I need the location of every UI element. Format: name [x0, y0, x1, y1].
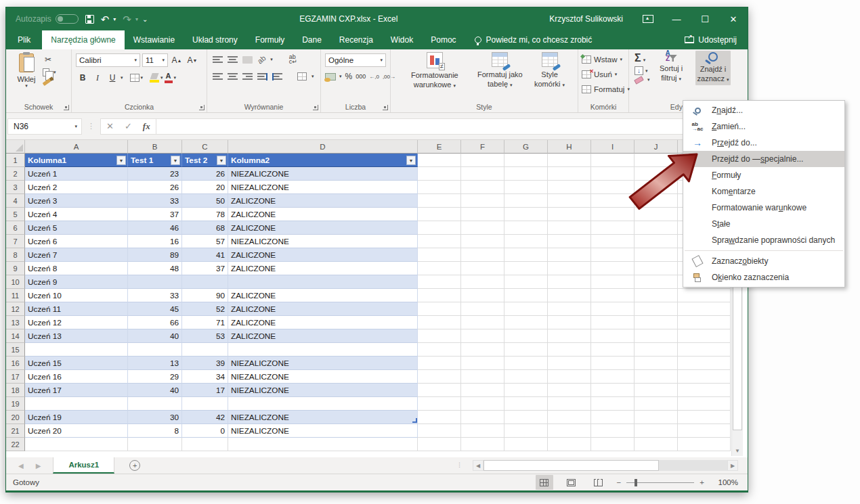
zoom-slider-thumb[interactable]: [635, 479, 637, 486]
empty-cell[interactable]: [418, 411, 461, 424]
table-cell[interactable]: 37: [128, 208, 182, 221]
empty-cell[interactable]: [418, 208, 461, 221]
empty-cell[interactable]: [678, 370, 731, 384]
table-cell[interactable]: Uczeń 7: [25, 248, 128, 262]
empty-cell[interactable]: [635, 208, 678, 221]
percent-button[interactable]: %: [345, 72, 353, 81]
sheet-tab-arkusz1[interactable]: Arkusz1: [53, 457, 114, 474]
table-cell[interactable]: 0: [182, 424, 228, 438]
column-header-H[interactable]: H: [548, 140, 591, 154]
fill-color-dropdown-icon[interactable]: ▾: [160, 75, 163, 81]
empty-cell[interactable]: [635, 194, 678, 208]
delete-button[interactable]: Usuń▾: [582, 68, 630, 81]
empty-cell[interactable]: [418, 438, 461, 451]
shrink-font-button[interactable]: A▼: [186, 53, 199, 67]
table-cell[interactable]: 42: [182, 411, 228, 424]
table-cell[interactable]: 66: [128, 316, 182, 329]
tab-splitter-handle[interactable]: ⋮: [456, 461, 463, 468]
empty-cell[interactable]: [548, 167, 591, 181]
table-cell[interactable]: [128, 397, 182, 411]
empty-cell[interactable]: [635, 262, 678, 275]
align-top-icon[interactable]: [213, 56, 223, 64]
conditional-formatting-button[interactable]: Formatowaniewarunkowe ▾: [411, 52, 458, 90]
table-cell[interactable]: NIEZALICZONE: [228, 181, 418, 194]
empty-cell[interactable]: [548, 289, 591, 302]
empty-cell[interactable]: [418, 181, 461, 194]
empty-cell[interactable]: [461, 275, 504, 289]
table-cell[interactable]: 26: [182, 167, 228, 181]
table-cell[interactable]: ZALICZONE: [228, 248, 418, 262]
table-cell[interactable]: 37: [182, 262, 228, 275]
empty-cell[interactable]: [548, 181, 591, 194]
menu-item-znajd[interactable]: Znajdź...: [683, 102, 844, 118]
share-button[interactable]: Udostępnij: [674, 30, 748, 49]
table-cell[interactable]: Uczeń 19: [25, 411, 128, 424]
table-cell[interactable]: 52: [182, 302, 228, 316]
empty-cell[interactable]: [182, 438, 228, 451]
empty-cell[interactable]: [591, 181, 635, 194]
empty-cell[interactable]: [504, 343, 548, 357]
empty-cell[interactable]: [418, 275, 461, 289]
empty-cell[interactable]: [461, 154, 504, 167]
font-dialog-launcher-icon[interactable]: [199, 105, 205, 110]
empty-cell[interactable]: [128, 438, 182, 451]
table-cell[interactable]: Uczeń 5: [25, 221, 128, 235]
empty-cell[interactable]: [461, 438, 504, 451]
wrap-text-icon[interactable]: abc↵: [289, 55, 297, 64]
menu-item-przejd-do[interactable]: →Przejdź do...: [683, 135, 844, 151]
table-cell[interactable]: Uczeń 11: [25, 302, 128, 316]
column-header-C[interactable]: C: [182, 140, 228, 154]
table-cell[interactable]: 46: [128, 221, 182, 235]
insert-button[interactable]: Wstaw▾: [582, 53, 630, 66]
empty-cell[interactable]: [504, 194, 548, 208]
empty-cell[interactable]: [504, 411, 548, 424]
table-cell[interactable]: NIEZALICZONE: [228, 167, 418, 181]
paste-dropdown-icon[interactable]: ▾: [25, 83, 28, 89]
menu-item-zaznacz-obiekty[interactable]: Zaznacz obiekty: [683, 253, 844, 269]
empty-cell[interactable]: [461, 424, 504, 438]
table-cell[interactable]: 40: [128, 384, 182, 397]
menu-item-sprawdzanie-poprawno-ci-danych[interactable]: Sprawdzanie poprawności danych: [683, 232, 844, 248]
table-cell[interactable]: ZALICZONE: [228, 316, 418, 329]
empty-cell[interactable]: [461, 357, 504, 370]
filter-dropdown-icon[interactable]: ▼: [217, 156, 226, 165]
increase-decimal-icon[interactable]: ←,0: [369, 74, 379, 80]
table-cell[interactable]: [182, 343, 228, 357]
menu-item-formatowanie-warunkowe[interactable]: Formatowanie warunkowe: [683, 200, 844, 216]
empty-cell[interactable]: [548, 275, 591, 289]
empty-cell[interactable]: [635, 181, 678, 194]
empty-cell[interactable]: [504, 181, 548, 194]
empty-cell[interactable]: [504, 275, 548, 289]
table-cell[interactable]: 39: [182, 357, 228, 370]
empty-cell[interactable]: [591, 302, 635, 316]
sheet-prev-icon[interactable]: ◀: [18, 462, 24, 469]
table-cell[interactable]: 33: [128, 194, 182, 208]
empty-cell[interactable]: [418, 302, 461, 316]
empty-cell[interactable]: [591, 357, 635, 370]
empty-cell[interactable]: [461, 248, 504, 262]
empty-cell[interactable]: [25, 438, 128, 451]
fill-button[interactable]: ↓▾: [635, 66, 650, 75]
table-cell[interactable]: 23: [128, 167, 182, 181]
empty-cell[interactable]: [418, 397, 461, 411]
empty-cell[interactable]: [635, 275, 678, 289]
orientation-button[interactable]: ab: [256, 54, 267, 66]
scroll-left-icon[interactable]: ◀: [473, 460, 483, 471]
empty-cell[interactable]: [548, 384, 591, 397]
empty-cell[interactable]: [591, 167, 635, 181]
align-left-icon[interactable]: [213, 73, 223, 81]
empty-cell[interactable]: [461, 262, 504, 275]
row-header-6[interactable]: 6: [6, 221, 25, 235]
empty-cell[interactable]: [504, 221, 548, 235]
table-header-cell[interactable]: Kolumna2▼: [228, 154, 418, 167]
empty-cell[interactable]: [591, 275, 635, 289]
close-button[interactable]: ✕: [719, 7, 748, 30]
bold-button[interactable]: B: [76, 71, 89, 85]
empty-cell[interactable]: [461, 167, 504, 181]
empty-cell[interactable]: [678, 424, 731, 438]
empty-cell[interactable]: [504, 370, 548, 384]
table-cell[interactable]: 71: [182, 316, 228, 329]
row-header-4[interactable]: 4: [6, 194, 25, 208]
table-cell[interactable]: [128, 343, 182, 357]
comma-style-button[interactable]: 000: [356, 73, 366, 80]
